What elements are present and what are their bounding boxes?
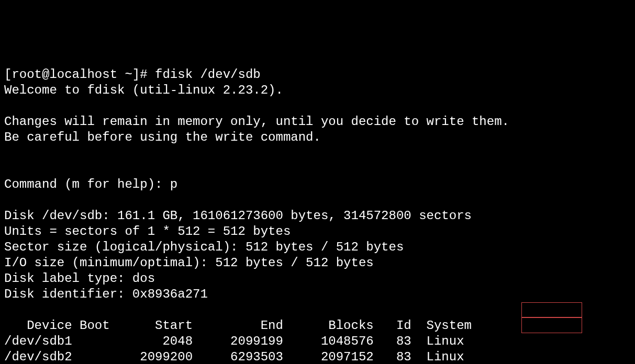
terminal-output[interactable]: [root@localhost ~]# fdisk /dev/sdb Welco… [4,67,631,364]
warning-line-1: Changes will remain in memory only, unti… [4,115,509,129]
table-row: /dev/sdb2 2099200 6293503 2097152 83 Lin… [4,350,464,364]
sector-size-line: Sector size (logical/physical): 512 byte… [4,240,404,254]
warning-line-2: Be careful before using the write comman… [4,130,321,144]
disk-label-line: Disk label type: dos [4,271,155,286]
shell-prompt: [root@localhost ~]# [4,67,155,82]
fdisk-prompt: Command (m for help): [4,177,170,191]
table-row: /dev/sdb1 2048 2099199 1048576 83 Linux [4,334,464,348]
io-size-line: I/O size (minimum/optimal): 512 bytes / … [4,256,374,270]
shell-command: fdisk /dev/sdb [155,67,261,82]
disk-info-line: Disk /dev/sdb: 161.1 GB, 161061273600 by… [4,209,472,223]
partition-table-header: Device Boot Start End Blocks Id System [4,318,472,333]
disk-identifier-line: Disk identifier: 0x8936a271 [4,287,208,301]
welcome-line: Welcome to fdisk (util-linux 2.23.2). [4,83,283,97]
disk-units-line: Units = sectors of 1 * 512 = 512 bytes [4,224,291,238]
fdisk-command-input: p [170,177,177,191]
